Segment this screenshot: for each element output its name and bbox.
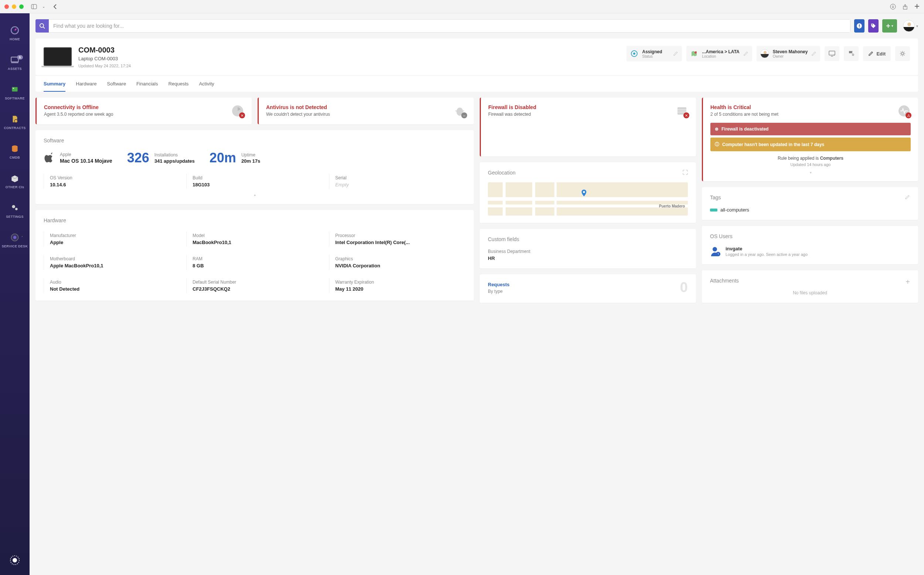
- user-menu[interactable]: ▾: [901, 20, 918, 32]
- user-name: invgate: [726, 246, 808, 251]
- monitor-action-button[interactable]: [824, 46, 839, 61]
- tab-activity[interactable]: Activity: [199, 81, 214, 92]
- notifications-button[interactable]: [854, 19, 864, 33]
- share-icon[interactable]: [903, 4, 908, 10]
- pill-title: Steven Mahoney: [773, 49, 808, 54]
- search-input[interactable]: [49, 19, 850, 33]
- edit-icon[interactable]: [673, 51, 678, 56]
- edit-button[interactable]: Edit: [863, 46, 891, 61]
- attachments-title: Attachments: [710, 278, 910, 284]
- tab-hardware[interactable]: Hardware: [76, 81, 97, 92]
- tags-title: Tags: [710, 194, 910, 200]
- svg-point-18: [13, 236, 17, 239]
- requests-count: 0: [680, 280, 688, 295]
- chevron-right-icon: ›: [22, 235, 23, 238]
- svg-point-46: [713, 247, 717, 251]
- chevron-down-icon[interactable]: ⌄: [42, 5, 45, 8]
- pill-title: ...America > LATA: [702, 49, 739, 54]
- tab-requests[interactable]: Requests: [168, 81, 189, 92]
- service-desk-icon: [10, 233, 20, 242]
- sidenav-item-other-cis[interactable]: OTHER CIs: [0, 167, 30, 196]
- bug-icon: –: [453, 104, 466, 118]
- svg-rect-11: [12, 87, 17, 92]
- search-wrap: [35, 19, 850, 33]
- alert-firewall[interactable]: Firewall is DisabledFirewall was detecte…: [480, 98, 696, 156]
- field-value: May 11 2020: [335, 286, 460, 292]
- sidenav-item-cmdb[interactable]: CMDB: [0, 137, 30, 167]
- tab-financials[interactable]: Financials: [136, 81, 158, 92]
- software-title: Software: [44, 138, 466, 143]
- svg-point-30: [633, 52, 636, 55]
- sidenav-item-home[interactable]: HOME: [0, 19, 30, 48]
- alert-title: Connectivity is Offline: [44, 104, 113, 110]
- field-value: MacBookPro10,1: [193, 240, 317, 245]
- alert-title: Health is Critical: [710, 104, 778, 110]
- header-pills: AssignedStatus ...America > LATALocation…: [626, 46, 910, 61]
- sidenav-label: HOME: [10, 37, 20, 41]
- minimize-window-button[interactable]: [12, 5, 16, 9]
- os-users-title: OS Users: [710, 233, 910, 239]
- tag-chip[interactable]: all-computers: [710, 207, 910, 213]
- download-icon[interactable]: [890, 4, 896, 10]
- avatar-icon: [903, 20, 915, 32]
- edit-icon[interactable]: [905, 194, 910, 200]
- alert-connectivity[interactable]: Connectivity is OfflineAgent 3.5.0 repor…: [35, 98, 252, 124]
- maximize-window-button[interactable]: [19, 5, 24, 9]
- edit-icon[interactable]: [811, 51, 816, 56]
- add-attachment-button[interactable]: +: [905, 278, 910, 286]
- alert-sub: We couldn't detect your antivirus: [266, 112, 330, 117]
- os-users-card: OS Users invgateLogged in a year ago. Se…: [702, 226, 918, 264]
- gears-icon: [10, 203, 20, 213]
- tab-summary[interactable]: Summary: [44, 81, 65, 92]
- field-key: RAM: [193, 256, 317, 261]
- uptime-value: 20m: [209, 150, 236, 166]
- field-key: Business Department: [488, 249, 688, 254]
- os-name: Mac OS 10.14 Mojave: [60, 158, 113, 164]
- geo-map[interactable]: Puerto Madero: [488, 182, 688, 216]
- gear-action-button[interactable]: [895, 46, 910, 61]
- field-value: Apple MacBookPro10,1: [50, 263, 174, 268]
- owner-pill[interactable]: Steven MahoneyOwner: [757, 46, 821, 61]
- search-button[interactable]: [35, 19, 49, 33]
- attachments-card: + Attachments No files uploaded: [702, 270, 918, 303]
- tab-software[interactable]: Software: [107, 81, 126, 92]
- sidebar-icon[interactable]: [31, 4, 37, 9]
- sidenav-item-software[interactable]: SOFTWARE: [0, 78, 30, 107]
- expand-icon[interactable]: [683, 170, 688, 175]
- plus-icon[interactable]: [914, 4, 919, 10]
- svg-line-22: [43, 27, 45, 29]
- asset-name: Laptop COM-0003: [78, 56, 131, 61]
- alert-antivirus[interactable]: Antivirus is not DetectedWe couldn't det…: [258, 98, 474, 124]
- back-icon[interactable]: [53, 4, 57, 10]
- app-logo: [7, 553, 22, 575]
- edit-icon[interactable]: [743, 51, 748, 56]
- location-pill[interactable]: ...America > LATALocation: [686, 46, 752, 61]
- expand-handle[interactable]: ▾: [710, 170, 911, 175]
- tags-card: Tags all-computers: [702, 187, 918, 220]
- add-button[interactable]: ▾: [882, 19, 897, 33]
- topbar: ▾ ▾: [30, 13, 924, 38]
- tag-label: all-computers: [720, 207, 749, 213]
- expand-handle[interactable]: ▴: [44, 193, 466, 197]
- close-window-button[interactable]: [5, 5, 9, 9]
- rule-link[interactable]: Computers: [820, 156, 843, 161]
- flag-action-button[interactable]: [844, 46, 859, 61]
- sidenav-item-settings[interactable]: SETTINGS: [0, 196, 30, 226]
- sidenav-item-contracts[interactable]: CONTRACTS: [0, 107, 30, 137]
- sidenav-item-service-desk[interactable]: SERVICE DESK ›: [0, 226, 30, 255]
- alert-sub: Firewall was detected: [488, 112, 536, 117]
- sidenav-label: OTHER CIs: [6, 185, 24, 189]
- uptime-sub: 20m 17s: [241, 158, 260, 164]
- edit-label: Edit: [876, 51, 886, 57]
- health-banner-update: ⓘComputer hasn't been updated in the las…: [710, 138, 911, 151]
- status-pill[interactable]: AssignedStatus: [626, 46, 682, 61]
- sidenav-item-assets[interactable]: 5 ASSETS: [0, 48, 30, 78]
- field-key: Serial: [335, 175, 460, 181]
- alert-row: Connectivity is OfflineAgent 3.5.0 repor…: [35, 98, 474, 124]
- pill-sub: Status: [642, 54, 662, 59]
- os-info: AppleMac OS 10.14 Mojave: [44, 152, 113, 164]
- alert-health[interactable]: Health is Critical2 of 5 conditions are …: [702, 98, 918, 181]
- pill-sub: Owner: [773, 54, 808, 59]
- tags-button[interactable]: [868, 19, 878, 33]
- requests-card[interactable]: 0 Requests By type: [480, 274, 696, 303]
